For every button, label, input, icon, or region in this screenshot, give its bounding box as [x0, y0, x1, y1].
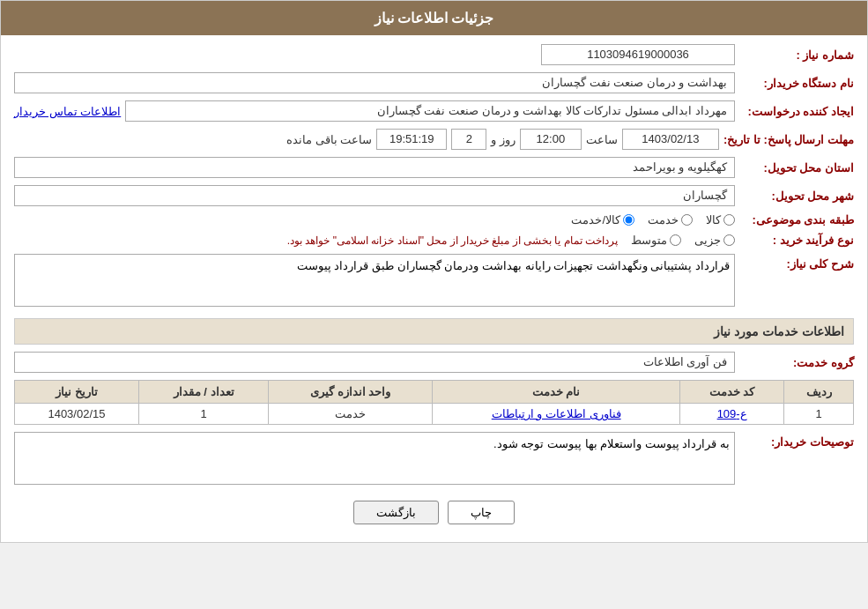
tosif-textarea[interactable]: [14, 432, 735, 485]
gorooh-label: گروه خدمت:: [739, 356, 854, 369]
table-cell: فناوری اطلاعات و ارتباطات: [433, 404, 680, 425]
table-row: 1ع-109فناوری اطلاعات و ارتباطاتخدمت11403…: [15, 404, 854, 425]
tabaqe-radio-group: کالا خدمت کالا/خدمت: [571, 213, 735, 227]
table-body: 1ع-109فناوری اطلاعات و ارتباطاتخدمت11403…: [15, 404, 854, 425]
shahr-label: شهر محل تحویل:: [739, 189, 854, 203]
col-vahed: واحد اندازه گیری: [269, 381, 433, 404]
baqi-mande-label: ساعت باقی مانده: [286, 133, 372, 146]
gorooh-row: گروه خدمت: فن آوری اطلاعات: [14, 352, 854, 373]
radio-khadamat-option: خدمت: [648, 213, 693, 227]
page-header: جزئیات اطلاعات نیاز: [1, 1, 867, 35]
rooz-label: روز و: [491, 133, 516, 146]
tosif-label: توصیحات خریدار:: [739, 432, 854, 449]
radio-khadamat[interactable]: [681, 214, 693, 226]
content-area: شماره نیاز : 1103094619000036 نام دستگاه…: [1, 35, 867, 542]
farayand-note: پرداخت تمام یا بخشی از مبلغ خریدار از مح…: [287, 234, 618, 247]
rooz-value: 2: [451, 129, 486, 150]
shomara-niaz-row: شماره نیاز : 1103094619000036: [14, 44, 854, 65]
ijad-konande-row: ایجاد کننده درخواست: مهرداد ابدالی مسئول…: [14, 100, 854, 122]
ijad-konande-value: مهرداد ابدالی مسئول تداركات كالا بهداشت …: [125, 100, 735, 122]
button-row: چاپ بازگشت: [14, 501, 854, 524]
sharh-textarea[interactable]: [14, 254, 735, 307]
radio-jozi[interactable]: [723, 234, 735, 246]
col-name: نام خدمت: [433, 381, 680, 404]
saat-value: 12:00: [520, 129, 582, 150]
tosif-wrapper: [14, 432, 735, 487]
page-title: جزئیات اطلاعات نیاز: [375, 11, 494, 26]
table-cell: 1: [138, 404, 268, 425]
table-cell: 1: [784, 404, 854, 425]
tabaqe-row: طبقه بندی موضوعی: کالا خدمت کالا/خدمت: [14, 213, 854, 227]
col-tedad: تعداد / مقدار: [138, 381, 268, 404]
page-wrapper: جزئیات اطلاعات نیاز شماره نیاز : 1103094…: [0, 0, 868, 543]
nam-dastgah-value: بهداشت و درمان صنعت نفت گچساران: [14, 72, 735, 93]
khadamat-section-header: اطلاعات خدمات مورد نیاز: [14, 318, 854, 345]
shomara-niaz-value: 1103094619000036: [541, 44, 735, 65]
gorooh-value: فن آوری اطلاعات: [14, 352, 735, 373]
sharh-label: شرح کلی نیاز:: [739, 254, 854, 271]
mohlat-label: مهلت ارسال پاسخ: تا تاریخ:: [723, 133, 854, 146]
table-cell: خدمت: [269, 404, 433, 425]
sharh-wrapper: [14, 254, 735, 309]
col-tarikh: تاریخ نیاز: [15, 381, 139, 404]
shomara-niaz-label: شماره نیاز :: [739, 48, 854, 62]
saat-label: ساعت: [586, 133, 618, 146]
nam-dastgah-row: نام دستگاه خریدار: بهداشت و درمان صنعت ن…: [14, 72, 854, 93]
col-radif: ردیف: [784, 381, 854, 404]
ettelaat-tamas-link[interactable]: اطلاعات تماس خریدار: [14, 105, 121, 118]
baqi-mande-value: 19:51:19: [376, 129, 447, 150]
radio-kala-khadamat[interactable]: [623, 214, 634, 226]
farayand-radio-group: جزیی متوسط پرداخت تمام یا بخشی از مبلغ خ…: [287, 234, 735, 247]
mohlat-row: مهلت ارسال پاسخ: تا تاریخ: 1403/02/13 سا…: [14, 129, 854, 150]
back-button[interactable]: بازگشت: [353, 501, 439, 524]
print-button[interactable]: چاپ: [448, 501, 515, 524]
ostan-value: کهگیلویه و بویراحمد: [14, 157, 735, 178]
radio-kala[interactable]: [723, 214, 735, 226]
ijad-konande-label: ایجاد کننده درخواست:: [739, 105, 854, 118]
radio-motavaset-option: متوسط: [631, 234, 681, 247]
tosif-row: توصیحات خریدار:: [14, 432, 854, 487]
radio-jozi-label: جزیی: [694, 234, 721, 247]
sharh-row: شرح کلی نیاز:: [14, 254, 854, 309]
shahr-value: گچساران: [14, 185, 735, 206]
tarikh-value: 1403/02/13: [622, 129, 719, 150]
services-table-container: ردیف کد خدمت نام خدمت واحد اندازه گیری ت…: [14, 380, 854, 425]
col-kod: کد خدمت: [680, 381, 784, 404]
shahr-row: شهر محل تحویل: گچساران: [14, 185, 854, 206]
radio-motavaset-label: متوسط: [631, 234, 667, 247]
radio-jozi-option: جزیی: [694, 234, 735, 247]
radio-khadamat-label: خدمت: [648, 213, 679, 227]
radio-kala-option: کالا: [706, 213, 735, 227]
radio-kala-label: کالا: [706, 213, 721, 227]
nove-farayand-row: نوع فرآیند خرید : جزیی متوسط پرداخت تمام…: [14, 234, 854, 247]
table-head: ردیف کد خدمت نام خدمت واحد اندازه گیری ت…: [15, 381, 854, 404]
table-header-row: ردیف کد خدمت نام خدمت واحد اندازه گیری ت…: [15, 381, 854, 404]
table-cell: 1403/02/15: [15, 404, 139, 425]
nove-farayand-label: نوع فرآیند خرید :: [739, 234, 854, 247]
radio-kala-khadamat-label: کالا/خدمت: [571, 213, 620, 227]
tabaqe-label: طبقه بندی موضوعی:: [739, 213, 854, 227]
nam-dastgah-label: نام دستگاه خریدار:: [739, 77, 854, 90]
services-table: ردیف کد خدمت نام خدمت واحد اندازه گیری ت…: [14, 380, 854, 425]
radio-kala-khadamat-option: کالا/خدمت: [571, 213, 634, 227]
radio-motavaset[interactable]: [670, 234, 681, 246]
ostan-label: استان محل تحویل:: [739, 161, 854, 175]
ostan-row: استان محل تحویل: کهگیلویه و بویراحمد: [14, 157, 854, 178]
table-cell: ع-109: [680, 404, 784, 425]
